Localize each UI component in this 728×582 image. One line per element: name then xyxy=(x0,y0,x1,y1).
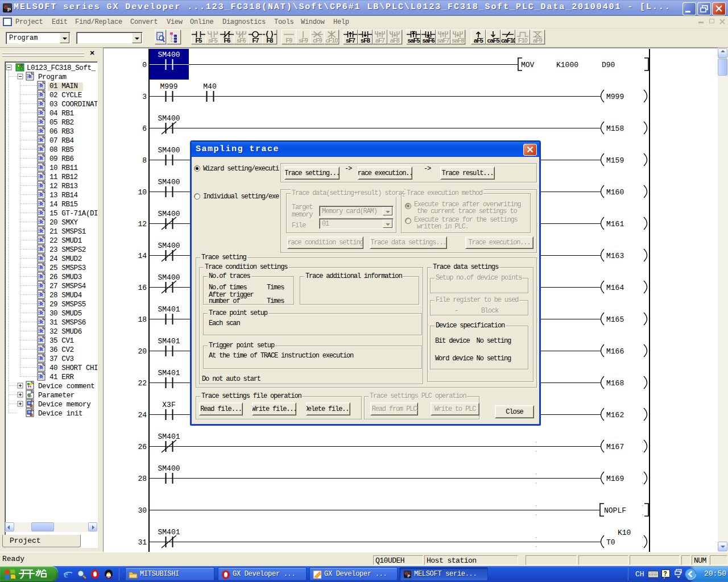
svg-text:31: 31 xyxy=(138,538,147,547)
svg-text:M40: M40 xyxy=(203,82,216,91)
svg-text:M169: M169 xyxy=(606,475,624,483)
svg-text:M999: M999 xyxy=(606,93,624,101)
svg-text:22: 22 xyxy=(138,379,147,388)
svg-text:M158: M158 xyxy=(606,124,624,133)
svg-text:16: 16 xyxy=(138,284,147,292)
svg-text:P: P xyxy=(408,574,411,578)
svg-text:26: 26 xyxy=(138,443,147,451)
svg-text:SM401: SM401 xyxy=(158,369,180,377)
svg-text:24: 24 xyxy=(138,411,147,419)
svg-text:28: 28 xyxy=(138,475,147,483)
svg-text:SM400: SM400 xyxy=(158,114,180,123)
svg-text:SM401: SM401 xyxy=(158,433,180,441)
svg-text:M165: M165 xyxy=(606,315,624,324)
svg-text:10: 10 xyxy=(138,188,147,197)
svg-text:K10: K10 xyxy=(618,529,631,537)
svg-text:M163: M163 xyxy=(606,252,624,260)
svg-text:T0: T0 xyxy=(606,538,615,547)
svg-text:M999: M999 xyxy=(160,82,177,91)
svg-text:M164: M164 xyxy=(606,284,624,292)
svg-text:8: 8 xyxy=(142,156,147,165)
svg-text:M167: M167 xyxy=(606,443,624,451)
svg-text:SM401: SM401 xyxy=(158,337,180,346)
svg-text:SM400: SM400 xyxy=(158,51,180,59)
svg-text:SM400: SM400 xyxy=(158,178,180,186)
svg-text:K1000: K1000 xyxy=(556,61,578,69)
svg-text:3: 3 xyxy=(142,93,147,101)
svg-text:30: 30 xyxy=(138,506,147,515)
svg-text:SM401: SM401 xyxy=(158,528,180,537)
svg-text:SM401: SM401 xyxy=(158,305,180,314)
svg-text:18: 18 xyxy=(138,315,147,324)
svg-text:MOV: MOV xyxy=(521,61,535,69)
svg-text:X3F: X3F xyxy=(162,401,175,409)
svg-text:SM400: SM400 xyxy=(158,146,180,155)
svg-text:NOPLF: NOPLF xyxy=(604,506,626,515)
svg-text:M159: M159 xyxy=(606,156,624,165)
svg-text:14: 14 xyxy=(138,252,147,260)
svg-text:12: 12 xyxy=(138,220,147,228)
svg-text:SM400: SM400 xyxy=(158,464,180,473)
svg-text:SM400: SM400 xyxy=(158,273,180,282)
svg-text:M162: M162 xyxy=(606,411,624,419)
svg-text:20: 20 xyxy=(138,347,147,356)
svg-text:SM400: SM400 xyxy=(158,210,180,218)
svg-text:6: 6 xyxy=(142,124,147,133)
svg-text:D90: D90 xyxy=(602,61,615,69)
svg-text:M160: M160 xyxy=(606,188,624,197)
svg-text:M168: M168 xyxy=(606,379,624,388)
svg-text:?: ? xyxy=(664,571,667,577)
svg-text:M161: M161 xyxy=(606,220,624,228)
svg-text:M166: M166 xyxy=(606,347,624,356)
svg-text:0: 0 xyxy=(142,61,147,69)
svg-text:SM400: SM400 xyxy=(158,242,180,250)
